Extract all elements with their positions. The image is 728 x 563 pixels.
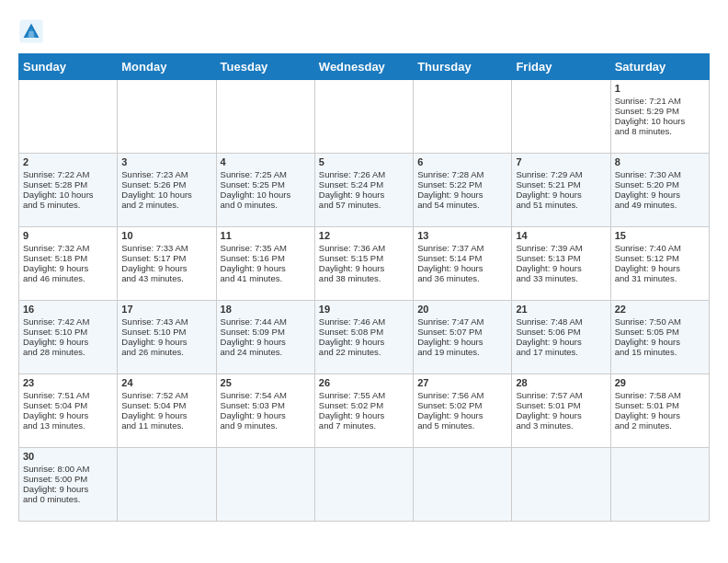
calendar-week-5: 23Sunrise: 7:51 AMSunset: 5:04 PMDayligh… <box>19 374 710 448</box>
calendar-cell: 30Sunrise: 8:00 AMSunset: 5:00 PMDayligh… <box>19 448 118 522</box>
day-number: 6 <box>417 156 507 167</box>
calendar-cell: 19Sunrise: 7:46 AMSunset: 5:08 PMDayligh… <box>314 301 413 374</box>
day-info: Daylight: 9 hours <box>319 190 409 200</box>
day-info: Sunset: 5:02 PM <box>319 400 409 410</box>
calendar-cell <box>414 448 512 522</box>
day-info: and 5 minutes. <box>23 200 113 210</box>
calendar-cell: 2Sunrise: 7:22 AMSunset: 5:28 PMDaylight… <box>19 154 118 227</box>
day-number: 4 <box>221 156 311 167</box>
day-info: Daylight: 9 hours <box>319 337 409 347</box>
day-number: 24 <box>121 377 211 388</box>
day-info: Sunrise: 7:50 AM <box>615 316 705 327</box>
day-info: Daylight: 9 hours <box>121 337 211 347</box>
day-number: 14 <box>516 230 606 241</box>
calendar-cell: 28Sunrise: 7:57 AMSunset: 5:01 PMDayligh… <box>512 374 610 448</box>
day-info: Daylight: 10 hours <box>221 190 311 200</box>
day-info: and 26 minutes. <box>121 347 211 357</box>
day-info: Sunset: 5:28 PM <box>23 179 113 190</box>
day-info: Daylight: 9 hours <box>221 337 311 347</box>
day-info: and 46 minutes. <box>23 273 113 283</box>
day-info: and 41 minutes. <box>221 273 311 283</box>
day-number: 10 <box>121 230 211 241</box>
day-info: and 49 minutes. <box>615 200 705 210</box>
day-info: Daylight: 9 hours <box>23 337 113 347</box>
day-info: Sunrise: 7:32 AM <box>23 243 113 253</box>
day-info: and 8 minutes. <box>615 126 705 136</box>
day-info: Sunrise: 7:58 AM <box>615 390 705 400</box>
day-info: Sunset: 5:20 PM <box>615 179 705 190</box>
calendar: SundayMondayTuesdayWednesdayThursdayFrid… <box>18 53 710 522</box>
day-info: and 9 minutes. <box>221 420 311 431</box>
day-info: Daylight: 9 hours <box>516 263 606 273</box>
day-info: Sunrise: 7:37 AM <box>417 243 507 253</box>
calendar-cell <box>610 448 709 522</box>
calendar-cell: 9Sunrise: 7:32 AMSunset: 5:18 PMDaylight… <box>19 227 118 301</box>
day-number: 13 <box>417 230 507 241</box>
day-info: Sunset: 5:18 PM <box>23 253 113 263</box>
day-number: 27 <box>417 377 507 388</box>
day-info: Sunrise: 7:26 AM <box>319 169 409 179</box>
day-info: and 0 minutes. <box>23 494 113 504</box>
day-info: Sunset: 5:25 PM <box>221 179 311 190</box>
day-info: Sunset: 5:10 PM <box>23 327 113 337</box>
header <box>18 18 710 44</box>
day-info: Daylight: 10 hours <box>23 190 113 200</box>
day-info: Sunrise: 7:52 AM <box>121 390 211 400</box>
day-info: Daylight: 9 hours <box>221 263 311 273</box>
day-info: Daylight: 9 hours <box>417 337 507 347</box>
calendar-week-2: 2Sunrise: 7:22 AMSunset: 5:28 PMDaylight… <box>19 154 710 227</box>
day-info: and 38 minutes. <box>319 273 409 283</box>
logo <box>18 18 48 44</box>
day-number: 21 <box>516 304 606 315</box>
calendar-cell: 6Sunrise: 7:28 AMSunset: 5:22 PMDaylight… <box>414 154 512 227</box>
day-info: Daylight: 9 hours <box>417 263 507 273</box>
day-number: 30 <box>23 451 113 462</box>
day-info: Daylight: 9 hours <box>221 410 311 420</box>
day-info: Sunrise: 7:39 AM <box>516 243 606 253</box>
calendar-cell: 3Sunrise: 7:23 AMSunset: 5:26 PMDaylight… <box>118 154 216 227</box>
day-info: Sunset: 5:22 PM <box>417 179 507 190</box>
day-info: Sunrise: 7:57 AM <box>516 390 606 400</box>
calendar-cell <box>216 80 314 154</box>
calendar-cell: 8Sunrise: 7:30 AMSunset: 5:20 PMDaylight… <box>610 154 709 227</box>
day-info: Daylight: 9 hours <box>23 410 113 420</box>
day-info: Sunset: 5:09 PM <box>221 327 311 337</box>
day-number: 23 <box>23 377 113 388</box>
day-info: Daylight: 9 hours <box>121 263 211 273</box>
calendar-cell: 21Sunrise: 7:48 AMSunset: 5:06 PMDayligh… <box>512 301 610 374</box>
day-info: Sunset: 5:08 PM <box>319 327 409 337</box>
calendar-cell <box>314 80 413 154</box>
day-number: 19 <box>319 304 409 315</box>
calendar-cell: 24Sunrise: 7:52 AMSunset: 5:04 PMDayligh… <box>118 374 216 448</box>
day-info: Sunset: 5:21 PM <box>516 179 606 190</box>
calendar-week-4: 16Sunrise: 7:42 AMSunset: 5:10 PMDayligh… <box>19 301 710 374</box>
day-number: 1 <box>615 83 705 94</box>
day-info: Sunrise: 7:51 AM <box>23 390 113 400</box>
calendar-cell <box>118 448 216 522</box>
day-info: Sunset: 5:16 PM <box>221 253 311 263</box>
calendar-week-1: 1Sunrise: 7:21 AMSunset: 5:29 PMDaylight… <box>19 80 710 154</box>
calendar-cell: 29Sunrise: 7:58 AMSunset: 5:01 PMDayligh… <box>610 374 709 448</box>
day-info: Daylight: 9 hours <box>615 190 705 200</box>
day-info: Sunrise: 7:23 AM <box>121 169 211 179</box>
logo-icon <box>18 18 44 44</box>
day-info: Daylight: 9 hours <box>23 484 113 494</box>
calendar-cell: 14Sunrise: 7:39 AMSunset: 5:13 PMDayligh… <box>512 227 610 301</box>
calendar-header-saturday: Saturday <box>610 54 709 80</box>
day-info: Sunset: 5:10 PM <box>121 327 211 337</box>
calendar-cell: 27Sunrise: 7:56 AMSunset: 5:02 PMDayligh… <box>414 374 512 448</box>
day-info: Sunset: 5:01 PM <box>516 400 606 410</box>
day-number: 25 <box>221 377 311 388</box>
day-number: 29 <box>615 377 705 388</box>
day-info: Sunrise: 7:40 AM <box>615 243 705 253</box>
day-info: Daylight: 10 hours <box>121 190 211 200</box>
day-number: 17 <box>121 304 211 315</box>
day-info: and 7 minutes. <box>319 420 409 431</box>
day-info: Sunrise: 7:35 AM <box>221 243 311 253</box>
day-info: Sunrise: 7:25 AM <box>221 169 311 179</box>
calendar-cell: 20Sunrise: 7:47 AMSunset: 5:07 PMDayligh… <box>414 301 512 374</box>
day-number: 2 <box>23 156 113 167</box>
calendar-cell: 18Sunrise: 7:44 AMSunset: 5:09 PMDayligh… <box>216 301 314 374</box>
day-info: and 31 minutes. <box>615 273 705 283</box>
calendar-cell: 1Sunrise: 7:21 AMSunset: 5:29 PMDaylight… <box>610 80 709 154</box>
